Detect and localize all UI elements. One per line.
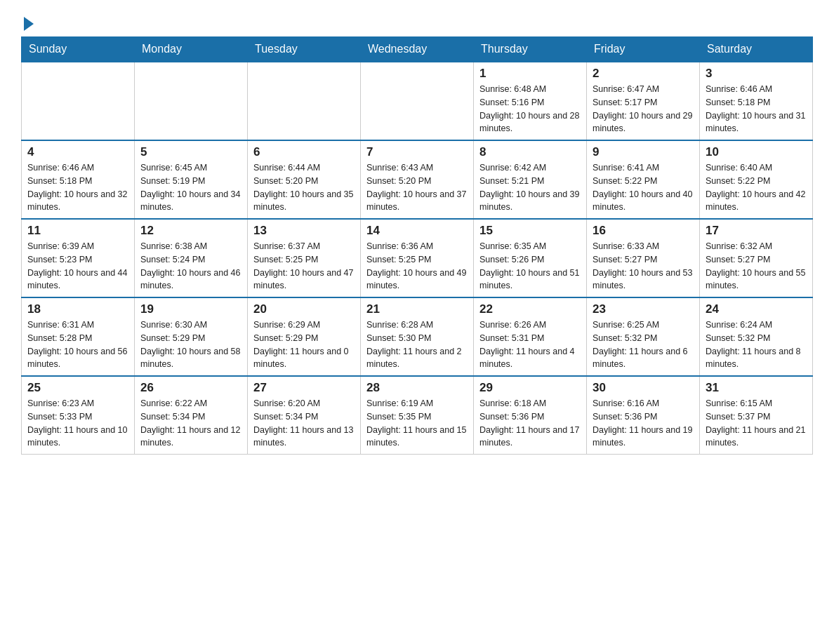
day-info: Sunrise: 6:38 AMSunset: 5:24 PMDaylight:…	[140, 240, 241, 293]
day-info: Sunrise: 6:41 AMSunset: 5:22 PMDaylight:…	[593, 161, 694, 214]
day-number: 11	[27, 224, 128, 238]
day-info: Sunrise: 6:37 AMSunset: 5:25 PMDaylight:…	[253, 240, 355, 293]
calendar-header-row: SundayMondayTuesdayWednesdayThursdayFrid…	[22, 37, 813, 62]
calendar-cell: 27Sunrise: 6:20 AMSunset: 5:34 PMDayligh…	[248, 376, 361, 455]
calendar-cell: 16Sunrise: 6:33 AMSunset: 5:27 PMDayligh…	[587, 219, 700, 297]
calendar-cell: 2Sunrise: 6:47 AMSunset: 5:17 PMDaylight…	[587, 62, 700, 140]
day-number: 26	[140, 381, 241, 395]
day-info: Sunrise: 6:43 AMSunset: 5:20 PMDaylight:…	[366, 161, 468, 214]
day-info: Sunrise: 6:15 AMSunset: 5:37 PMDaylight:…	[706, 397, 807, 450]
calendar-cell: 8Sunrise: 6:42 AMSunset: 5:21 PMDaylight…	[474, 140, 587, 219]
day-info: Sunrise: 6:42 AMSunset: 5:21 PMDaylight:…	[479, 161, 581, 214]
day-number: 12	[140, 224, 241, 238]
calendar-cell: 18Sunrise: 6:31 AMSunset: 5:28 PMDayligh…	[22, 297, 135, 376]
day-number: 16	[593, 224, 694, 238]
calendar-cell: 6Sunrise: 6:44 AMSunset: 5:20 PMDaylight…	[248, 140, 361, 219]
day-number: 19	[140, 302, 241, 316]
day-info: Sunrise: 6:26 AMSunset: 5:31 PMDaylight:…	[479, 318, 581, 371]
week-row-4: 18Sunrise: 6:31 AMSunset: 5:28 PMDayligh…	[22, 297, 813, 376]
day-number: 9	[593, 145, 694, 159]
day-number: 21	[366, 302, 468, 316]
day-info: Sunrise: 6:20 AMSunset: 5:34 PMDaylight:…	[253, 397, 355, 450]
column-header-thursday: Thursday	[474, 37, 587, 62]
day-info: Sunrise: 6:19 AMSunset: 5:35 PMDaylight:…	[366, 397, 468, 450]
calendar-cell	[135, 62, 248, 140]
day-number: 18	[27, 302, 128, 316]
calendar-cell: 17Sunrise: 6:32 AMSunset: 5:27 PMDayligh…	[700, 219, 813, 297]
logo-arrow-icon	[24, 17, 34, 31]
day-info: Sunrise: 6:32 AMSunset: 5:27 PMDaylight:…	[706, 240, 807, 293]
week-row-5: 25Sunrise: 6:23 AMSunset: 5:33 PMDayligh…	[22, 376, 813, 455]
day-number: 20	[253, 302, 355, 316]
day-number: 13	[253, 224, 355, 238]
calendar-cell: 14Sunrise: 6:36 AMSunset: 5:25 PMDayligh…	[361, 219, 474, 297]
page-header	[21, 14, 813, 29]
day-number: 5	[140, 145, 241, 159]
day-number: 24	[706, 302, 807, 316]
column-header-tuesday: Tuesday	[248, 37, 361, 62]
calendar-cell: 31Sunrise: 6:15 AMSunset: 5:37 PMDayligh…	[700, 376, 813, 455]
day-number: 25	[27, 381, 128, 395]
calendar-cell: 3Sunrise: 6:46 AMSunset: 5:18 PMDaylight…	[700, 62, 813, 140]
calendar-cell: 24Sunrise: 6:24 AMSunset: 5:32 PMDayligh…	[700, 297, 813, 376]
calendar-cell	[361, 62, 474, 140]
day-info: Sunrise: 6:44 AMSunset: 5:20 PMDaylight:…	[253, 161, 355, 214]
calendar-table: SundayMondayTuesdayWednesdayThursdayFrid…	[21, 36, 813, 455]
column-header-wednesday: Wednesday	[361, 37, 474, 62]
calendar-cell: 26Sunrise: 6:22 AMSunset: 5:34 PMDayligh…	[135, 376, 248, 455]
calendar-cell: 15Sunrise: 6:35 AMSunset: 5:26 PMDayligh…	[474, 219, 587, 297]
day-number: 15	[479, 224, 581, 238]
calendar-cell: 28Sunrise: 6:19 AMSunset: 5:35 PMDayligh…	[361, 376, 474, 455]
calendar-cell: 29Sunrise: 6:18 AMSunset: 5:36 PMDayligh…	[474, 376, 587, 455]
calendar-cell: 1Sunrise: 6:48 AMSunset: 5:16 PMDaylight…	[474, 62, 587, 140]
day-info: Sunrise: 6:16 AMSunset: 5:36 PMDaylight:…	[593, 397, 694, 450]
day-number: 31	[706, 381, 807, 395]
calendar-cell: 4Sunrise: 6:46 AMSunset: 5:18 PMDaylight…	[22, 140, 135, 219]
day-number: 27	[253, 381, 355, 395]
day-number: 1	[479, 67, 581, 81]
calendar-cell: 19Sunrise: 6:30 AMSunset: 5:29 PMDayligh…	[135, 297, 248, 376]
day-info: Sunrise: 6:24 AMSunset: 5:32 PMDaylight:…	[706, 318, 807, 371]
calendar-cell: 7Sunrise: 6:43 AMSunset: 5:20 PMDaylight…	[361, 140, 474, 219]
day-number: 4	[27, 145, 128, 159]
day-number: 2	[593, 67, 694, 81]
calendar-cell: 21Sunrise: 6:28 AMSunset: 5:30 PMDayligh…	[361, 297, 474, 376]
day-info: Sunrise: 6:18 AMSunset: 5:36 PMDaylight:…	[479, 397, 581, 450]
column-header-saturday: Saturday	[700, 37, 813, 62]
day-info: Sunrise: 6:48 AMSunset: 5:16 PMDaylight:…	[479, 83, 581, 135]
day-number: 10	[706, 145, 807, 159]
calendar-cell: 22Sunrise: 6:26 AMSunset: 5:31 PMDayligh…	[474, 297, 587, 376]
day-info: Sunrise: 6:35 AMSunset: 5:26 PMDaylight:…	[479, 240, 581, 293]
day-number: 6	[253, 145, 355, 159]
calendar-cell: 9Sunrise: 6:41 AMSunset: 5:22 PMDaylight…	[587, 140, 700, 219]
day-info: Sunrise: 6:28 AMSunset: 5:30 PMDaylight:…	[366, 318, 468, 371]
calendar-cell: 12Sunrise: 6:38 AMSunset: 5:24 PMDayligh…	[135, 219, 248, 297]
logo	[21, 14, 34, 29]
calendar-cell: 5Sunrise: 6:45 AMSunset: 5:19 PMDaylight…	[135, 140, 248, 219]
week-row-1: 1Sunrise: 6:48 AMSunset: 5:16 PMDaylight…	[22, 62, 813, 140]
calendar-cell	[248, 62, 361, 140]
day-info: Sunrise: 6:40 AMSunset: 5:22 PMDaylight:…	[706, 161, 807, 214]
day-number: 29	[479, 381, 581, 395]
day-info: Sunrise: 6:31 AMSunset: 5:28 PMDaylight:…	[27, 318, 128, 371]
day-info: Sunrise: 6:47 AMSunset: 5:17 PMDaylight:…	[593, 83, 694, 135]
day-info: Sunrise: 6:36 AMSunset: 5:25 PMDaylight:…	[366, 240, 468, 293]
day-number: 23	[593, 302, 694, 316]
calendar-cell: 13Sunrise: 6:37 AMSunset: 5:25 PMDayligh…	[248, 219, 361, 297]
calendar-cell: 10Sunrise: 6:40 AMSunset: 5:22 PMDayligh…	[700, 140, 813, 219]
day-info: Sunrise: 6:29 AMSunset: 5:29 PMDaylight:…	[253, 318, 355, 371]
day-number: 22	[479, 302, 581, 316]
day-info: Sunrise: 6:46 AMSunset: 5:18 PMDaylight:…	[706, 83, 807, 135]
column-header-friday: Friday	[587, 37, 700, 62]
calendar-cell	[22, 62, 135, 140]
day-number: 7	[366, 145, 468, 159]
day-number: 30	[593, 381, 694, 395]
day-number: 3	[706, 67, 807, 81]
calendar-cell: 20Sunrise: 6:29 AMSunset: 5:29 PMDayligh…	[248, 297, 361, 376]
column-header-sunday: Sunday	[22, 37, 135, 62]
day-info: Sunrise: 6:45 AMSunset: 5:19 PMDaylight:…	[140, 161, 241, 214]
calendar-cell: 25Sunrise: 6:23 AMSunset: 5:33 PMDayligh…	[22, 376, 135, 455]
calendar-cell: 30Sunrise: 6:16 AMSunset: 5:36 PMDayligh…	[587, 376, 700, 455]
column-header-monday: Monday	[135, 37, 248, 62]
day-number: 8	[479, 145, 581, 159]
